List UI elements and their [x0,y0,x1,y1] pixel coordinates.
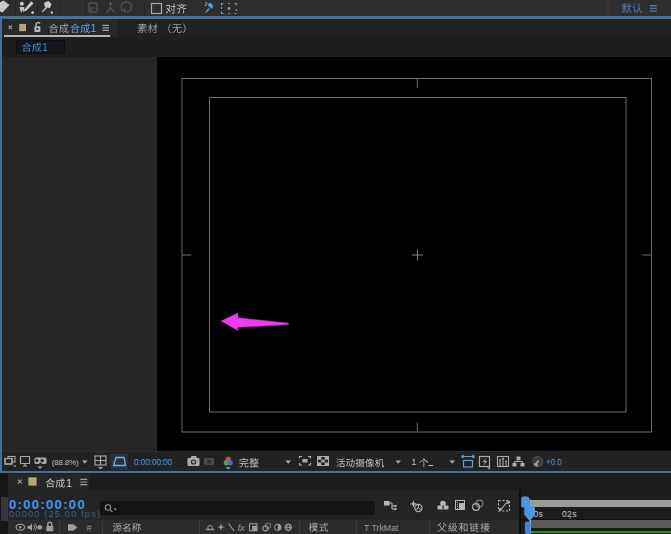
svg-text:fx: fx [238,522,246,533]
svg-text:1: 1 [412,457,417,467]
svg-text:0:00:00:00: 0:00:00:00 [134,457,173,467]
svg-text:02s: 02s [562,509,577,519]
svg-text:#: # [87,523,92,533]
svg-text:(88.8%): (88.8%) [52,458,79,467]
svg-text:+0.0: +0.0 [546,458,562,467]
svg-text:1: 1 [66,478,72,489]
svg-text:1: 1 [42,42,48,53]
svg-text:T TrkMat: T TrkMat [364,523,399,533]
svg-text:00000 (25.00 fps): 00000 (25.00 fps) [9,508,101,519]
svg-text:1: 1 [91,22,97,34]
